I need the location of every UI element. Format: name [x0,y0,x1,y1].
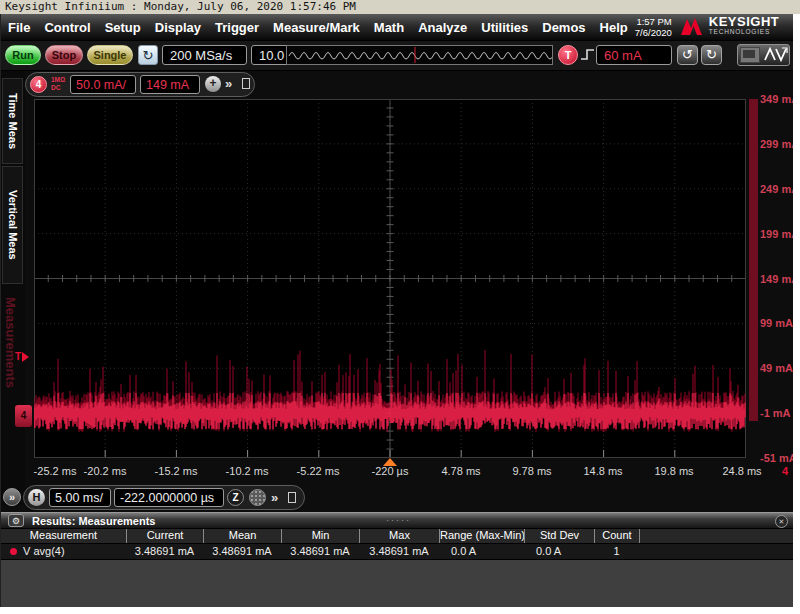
results-panel-body [1,559,793,607]
x-label: 14.8 ms [583,465,622,477]
y-label: 249 mA [760,183,793,195]
x-label: 24.8 ms [722,465,761,477]
col-min[interactable]: Min [281,529,359,543]
clock-date: 7/6/2020 [635,27,672,38]
x-label: -15.2 ms [155,465,198,477]
touch-zone-icon[interactable] [249,489,266,506]
channel4-offset-field[interactable]: 149 mA [140,75,200,94]
menu-trigger[interactable]: Trigger [215,20,259,35]
expand-toolbar-icon[interactable]: » [3,488,21,506]
brand-sub: TECHNOLOGIES [709,27,779,37]
results-title: Results: Measurements [32,515,156,527]
menu-analyze[interactable]: Analyze [418,20,467,35]
trigger-source-icon[interactable]: T [558,45,578,65]
col-current[interactable]: Current [126,529,203,543]
channel4-axis-badge: 4 [782,465,788,477]
left-sidebar: Time Meas Vertical Meas Measurements [1,71,25,505]
y-label: 349 mA [760,93,793,105]
y-label: -1 mA [760,407,791,419]
x-label: -20.2 ms [84,465,127,477]
clear-display-icon[interactable]: ↻ [138,45,158,65]
channel-undock-icon[interactable] [242,78,250,89]
y-label: 49 mA [760,362,793,374]
col-count[interactable]: Count [594,529,639,543]
col-range[interactable]: Range (Max-Min) [439,529,524,543]
horizontal-more-icon[interactable]: » [271,490,278,505]
channel4-scale-field[interactable]: 50.0 mA/ [70,75,136,94]
menu-control[interactable]: Control [44,20,90,35]
menu-math[interactable]: Math [374,20,404,35]
x-label: -10.2 ms [226,465,269,477]
col-measurement[interactable]: Measurement [1,529,126,543]
channel-more-icon[interactable]: » [225,76,232,91]
menu-help[interactable]: Help [600,20,628,35]
x-label: 4.78 ms [441,465,480,477]
table-header-row: Measurement Current Mean Min Max Range (… [1,529,793,544]
x-label: 19.8 ms [654,465,693,477]
channel4-ground-marker[interactable]: 4 [15,405,32,427]
keysight-spark-icon [680,17,706,37]
stop-button[interactable]: Stop [45,45,83,65]
menu-bar: File Control Setup Display Trigger Measu… [1,14,793,41]
autoscale-wave-icon [763,46,789,64]
infiniium-app-window: File Control Setup Display Trigger Measu… [0,14,793,607]
brand-name: KEYSIGHT [709,17,779,27]
acquisition-toolbar: Run Stop Single ↻ 200 MSa/s 10.0 Mpts T … [1,41,793,71]
channel4-scale-bar [749,99,758,421]
keysight-logo: KEYSIGHT TECHNOLOGIES [680,17,779,37]
menu-demos[interactable]: Demos [542,20,585,35]
menu-measure-mark[interactable]: Measure/Mark [273,20,360,35]
measurements-panel-label[interactable]: Measurements [3,297,18,467]
add-channel-icon[interactable]: + [205,76,221,92]
y-label: 149 mA [760,273,793,285]
results-header: ⚙ Results: Measurements ····· ✕ [1,512,793,529]
waveform-preview-icon [287,46,552,64]
x-label: -5.22 ms [297,465,340,477]
trigger-time-marker-icon[interactable] [383,458,397,466]
y-label: 299 mA [760,138,793,150]
drag-handle[interactable]: ····· [386,515,411,525]
channel4-coupling: 1MΩ DC [51,76,65,92]
horizontal-undock-icon[interactable] [288,492,296,503]
waveform-display[interactable] [34,99,746,458]
tab-vertical-meas[interactable]: Vertical Meas [2,166,23,284]
trigger-level-field[interactable]: 60 mA [596,45,672,65]
horizontal-icon[interactable]: H [28,489,45,506]
undo-icon[interactable]: ↺ [677,45,698,65]
timebase-position-field[interactable]: -222.0000000 µs [114,488,224,507]
tab-time-meas[interactable]: Time Meas [2,78,23,164]
channel4-enable-button[interactable]: 4 [30,76,47,93]
scope-grid-and-trace [34,99,746,458]
col-mean[interactable]: Mean [203,529,281,543]
x-label: 9.78 ms [512,465,551,477]
clock: 1:57 PM 7/6/2020 [635,16,672,38]
autoscale-button[interactable] [737,44,790,66]
zoom-icon[interactable]: Z [227,489,244,506]
menu-setup[interactable]: Setup [105,20,141,35]
run-button[interactable]: Run [5,45,41,65]
channel4-controls: 4 1MΩ DC 50.0 mA/ 149 mA + » [25,72,255,97]
table-row[interactable]: V avg(4) 3.48691 mA 3.48691 mA 3.48691 m… [1,544,793,559]
time-axis: -25.2 ms -20.2 ms -15.2 ms -10.2 ms -5.2… [1,463,793,479]
menu-utilities[interactable]: Utilities [481,20,528,35]
col-max[interactable]: Max [359,529,439,543]
results-close-icon[interactable]: ✕ [775,515,788,528]
clock-time: 1:57 PM [635,16,672,27]
timebase-scale-field[interactable]: 5.00 ms/ [49,488,111,507]
sample-rate-field[interactable]: 200 MSa/s [162,45,247,65]
trigger-arrow-icon [22,352,29,362]
gear-icon[interactable]: ⚙ [8,514,24,527]
rising-edge-icon [580,48,595,61]
horizontal-controls: H 5.00 ms/ -222.0000000 µs Z » [23,485,305,510]
y-label: 99 mA [760,317,793,329]
desktop-title: Keysight Infiniium : Monday, July 06, 20… [0,0,800,14]
trigger-level-marker[interactable]: T [15,351,29,362]
col-stddev[interactable]: Std Dev [524,529,594,543]
measurement-color-dot [10,548,17,555]
waveform-preview[interactable] [286,45,553,65]
redo-icon[interactable]: ↻ [701,45,722,65]
single-button[interactable]: Single [87,45,133,65]
menu-display[interactable]: Display [155,20,201,35]
menu-file[interactable]: File [8,20,30,35]
x-label: -25.2 ms [34,465,77,477]
